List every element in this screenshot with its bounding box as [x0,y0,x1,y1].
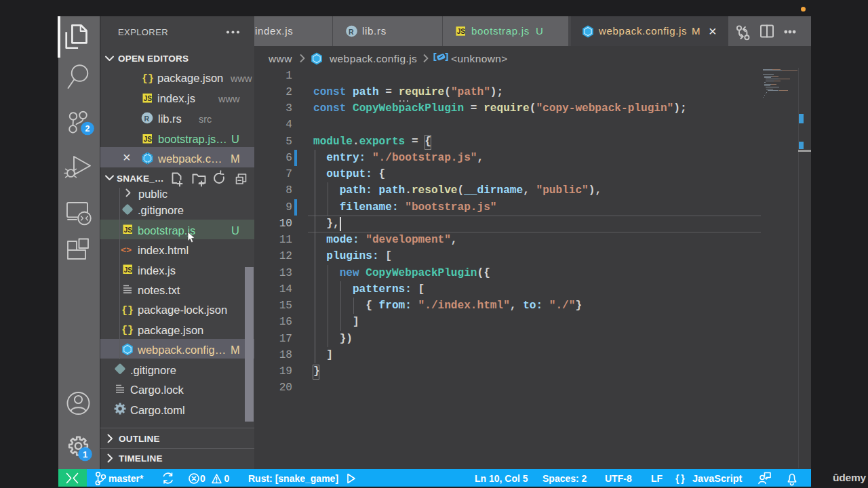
svg-text:{}: {} [121,305,134,317]
svg-text:{}: {} [121,325,134,336]
svg-text:<>: <> [121,245,132,256]
svg-text:JS: JS [457,28,466,35]
svg-text:JS: JS [144,136,153,143]
svg-text:JS: JS [124,266,133,274]
svg-text:R: R [349,28,354,36]
svg-text:R: R [144,115,150,123]
svg-text:{}: {} [142,73,154,85]
svg-text:JS: JS [144,95,153,102]
svg-text:JS: JS [124,226,133,234]
